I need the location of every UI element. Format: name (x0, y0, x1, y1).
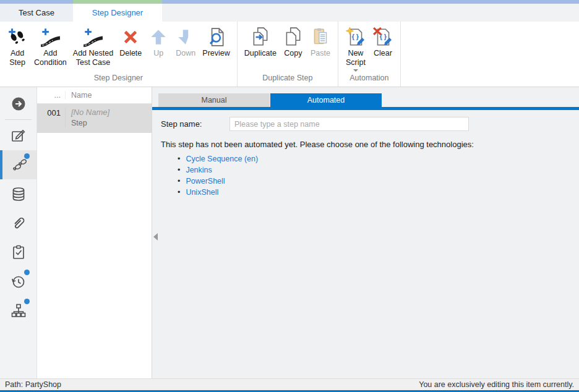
add-step-button[interactable]: Add Step (4, 25, 31, 69)
ribbon-group-step-designer: Add Step Add Condition Add Nested (0, 22, 238, 87)
button-label: Clear (374, 49, 392, 58)
ribbon: Add Step Add Condition Add Nested (0, 22, 579, 87)
technology-item: Cycle Sequence (en) (178, 155, 579, 163)
column-header-name: Name (66, 91, 92, 100)
technology-item: UnixShell (178, 188, 579, 197)
step-name: [No Name] (71, 108, 109, 117)
status-bar: Path: PartyShop You are exclusively edit… (0, 378, 579, 392)
button-label: Duplicate (244, 49, 277, 58)
sidebar-item-attachments[interactable] (0, 208, 36, 237)
step-list: ... Name 001 [No Name] Step (37, 87, 152, 378)
down-arrow-icon (175, 27, 196, 48)
sidebar-item-history[interactable] (0, 266, 36, 296)
status-path: Path: PartyShop (5, 380, 61, 389)
button-label: Script (346, 58, 366, 67)
active-tab-underline (152, 107, 579, 110)
add-condition-button[interactable]: Add Condition (31, 25, 70, 69)
svg-text:{ }: { } (352, 33, 359, 40)
left-icon-rail (0, 87, 37, 378)
tab-test-case[interactable]: Test Case (0, 4, 73, 22)
hierarchy-icon (11, 302, 27, 318)
tab-manual[interactable]: Manual (158, 93, 270, 107)
status-editing-notice: You are exclusively editing this item cu… (419, 380, 574, 389)
sidebar-item-hierarchy[interactable] (0, 296, 36, 325)
button-label: Paste (311, 49, 330, 58)
preview-icon (206, 27, 227, 48)
edit-icon (11, 128, 27, 144)
button-label: Down (176, 49, 195, 58)
button-label: Test Case (76, 58, 111, 67)
step-editor-panel: Manual Automated Step name: This step ha… (152, 87, 579, 378)
link-jenkins[interactable]: Jenkins (186, 166, 212, 174)
arrow-circle-right-icon (11, 96, 27, 112)
sidebar-item-navigate[interactable] (0, 89, 36, 118)
editor-tab-strip: Manual Automated (158, 93, 579, 107)
link-unixshell[interactable]: UnixShell (186, 188, 218, 197)
step-type: Step (71, 119, 109, 127)
column-header-number: ... (37, 91, 66, 100)
add-condition-icon (40, 27, 61, 48)
step-row-selected[interactable]: 001 [No Name] Step (37, 104, 152, 133)
down-button: Down (172, 25, 199, 59)
automation-message: This step has not been automated yet. Pl… (161, 140, 579, 149)
button-label: Copy (284, 49, 302, 58)
copy-button[interactable]: Copy (280, 25, 307, 59)
active-tab-accent-strip (73, 0, 162, 4)
button-label: Condition (34, 58, 67, 67)
ribbon-group-label: Automation (338, 74, 400, 87)
button-label: Preview (202, 49, 229, 58)
add-step-icon (7, 27, 28, 48)
step-name-label: Step name: (161, 119, 229, 129)
clipboard-check-icon (11, 244, 27, 260)
technology-item: Jenkins (178, 166, 579, 174)
step-name-input[interactable] (229, 117, 469, 131)
sidebar-item-edit[interactable] (0, 121, 36, 150)
button-label: Up (153, 49, 163, 58)
notification-badge (24, 270, 30, 275)
step-list-header: ... Name (37, 87, 152, 104)
button-label: Add Nested (73, 49, 113, 58)
add-nested-test-case-icon (82, 27, 103, 48)
paste-icon (310, 27, 331, 48)
new-script-dropdown-caret-icon[interactable] (353, 69, 358, 72)
technology-item: PowerShell (178, 177, 579, 185)
link-cycle-sequence[interactable]: Cycle Sequence (en) (186, 155, 258, 163)
paste-button: Paste (307, 25, 334, 59)
clear-script-icon: { } (372, 27, 393, 48)
tab-step-designer[interactable]: Step Designer (73, 4, 162, 22)
window-tab-bar: Test Case Step Designer (0, 0, 579, 22)
notification-badge (24, 299, 30, 304)
history-icon (11, 273, 27, 289)
up-button: Up (145, 25, 172, 59)
new-script-icon: { } (345, 27, 366, 48)
clear-script-button[interactable]: { } Clear (369, 25, 397, 59)
up-arrow-icon (148, 27, 169, 48)
paperclip-icon (11, 215, 27, 231)
footprints-icon (12, 157, 28, 173)
sidebar-divider (5, 119, 32, 120)
new-script-button[interactable]: { } New Script (342, 25, 369, 73)
step-number: 001 (37, 108, 66, 127)
delete-button[interactable]: Delete (116, 25, 145, 59)
link-powershell[interactable]: PowerShell (186, 177, 225, 185)
duplicate-button[interactable]: Duplicate (241, 25, 280, 59)
button-label: Add (43, 49, 57, 58)
button-label: New (348, 49, 363, 58)
button-label: Step (9, 58, 25, 67)
sidebar-item-checklist[interactable] (0, 237, 36, 266)
sidebar-item-step-designer[interactable] (0, 150, 36, 179)
ribbon-group-label: Duplicate Step (238, 74, 338, 87)
collapse-splitter-icon[interactable] (153, 233, 158, 241)
ribbon-group-label: Step Designer (0, 74, 237, 87)
database-icon (11, 186, 27, 202)
add-nested-test-case-button[interactable]: Add Nested Test Case (70, 25, 116, 69)
technology-list: Cycle Sequence (en) Jenkins PowerShell U… (178, 155, 579, 197)
tab-automated[interactable]: Automated (270, 93, 382, 107)
button-label: Delete (119, 49, 142, 58)
duplicate-icon (250, 27, 271, 48)
copy-icon (283, 27, 304, 48)
ribbon-group-automation: { } New Script { } Clear Automation (338, 22, 401, 87)
preview-button[interactable]: Preview (199, 25, 233, 59)
sidebar-item-data[interactable] (0, 179, 36, 208)
delete-icon (120, 27, 141, 48)
